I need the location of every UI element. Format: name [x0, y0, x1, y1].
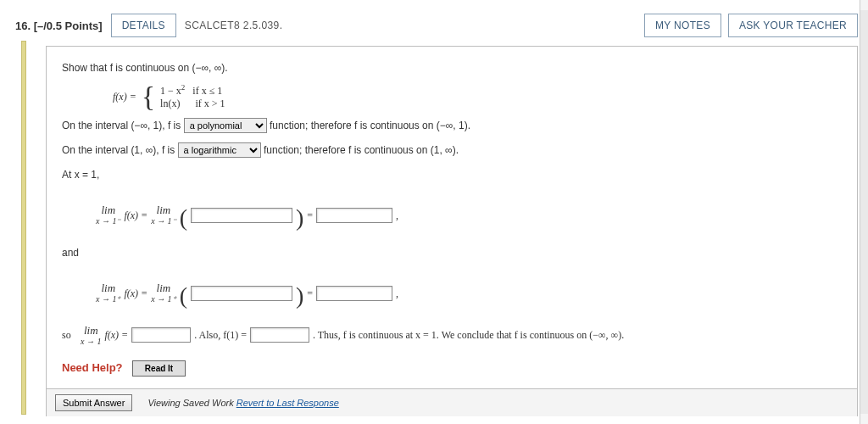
right-limit-row: limx → 1⁺ f(x) = limx → 1⁺ ( ) = , — [96, 271, 842, 315]
question-number: 16. [–/0.5 Points] — [15, 20, 103, 32]
two-sided-limit-input[interactable] — [131, 327, 191, 343]
right-limit-value-input[interactable] — [316, 286, 392, 301]
question-accent-strip — [21, 41, 26, 415]
vertical-scrollbar[interactable] — [860, 0, 868, 424]
read-it-button[interactable]: Read It — [132, 360, 186, 377]
f-of-1-input[interactable] — [250, 327, 309, 343]
interval-statement-2: On the interval (1, ∞), f is a polynomia… — [62, 141, 842, 160]
need-help-label: Need Help? — [62, 361, 123, 374]
left-limit-value-input[interactable] — [316, 208, 392, 223]
submit-answer-button[interactable]: Submit Answer — [55, 394, 132, 411]
interval-statement-1: On the interval (−∞, 1), f is a polynomi… — [62, 116, 842, 136]
conclusion-row: so limx → 1 f(x) = . Also, f(1) = . Thus… — [62, 325, 842, 346]
piecewise-definition: f(x) = { 1 − x2 if x ≤ 1 ln(x) if x > 1 — [113, 83, 842, 111]
question-footer: Submit Answer Viewing Saved Work Revert … — [47, 388, 857, 416]
need-help-row: Need Help? Read It — [62, 358, 842, 379]
function-type-select-1[interactable]: a polynomiala rationala logarithmican ex… — [184, 118, 267, 133]
prompt-text: Show that f is continuous on (−∞, ∞). — [62, 59, 842, 78]
left-limit-expression-input[interactable] — [191, 208, 292, 223]
ask-your-teacher-button[interactable]: ASK YOUR TEACHER — [728, 14, 858, 37]
question-panel: Show that f is continuous on (−∞, ∞). f(… — [46, 46, 858, 416]
and-text: and — [62, 243, 842, 263]
revert-link[interactable]: Revert to Last Response — [236, 398, 339, 408]
question-header: 16. [–/0.5 Points] DETAILS SCALCET8 2.5.… — [10, 7, 858, 46]
viewing-saved-work: Viewing Saved Work Revert to Last Respon… — [147, 398, 338, 408]
at-x-equals-1: At x = 1, — [62, 165, 842, 185]
question-source: SCALCET8 2.5.039. — [185, 20, 283, 31]
right-limit-expression-input[interactable] — [191, 286, 292, 301]
details-button[interactable]: DETAILS — [111, 14, 176, 37]
function-type-select-2[interactable]: a polynomiala rationala logarithmican ex… — [178, 142, 261, 158]
left-limit-row: limx → 1⁻ f(x) = limx → 1⁻ ( ) = , — [96, 192, 842, 237]
my-notes-button[interactable]: MY NOTES — [644, 14, 721, 37]
